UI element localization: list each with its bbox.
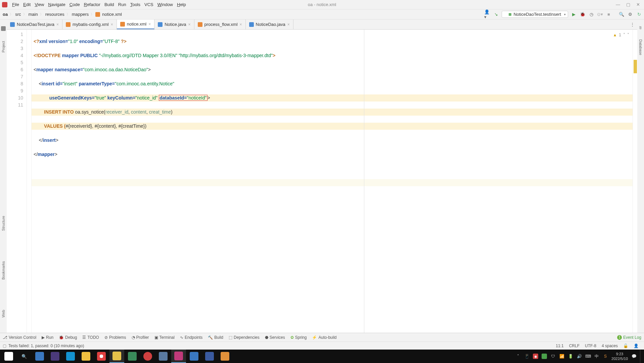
taskbar-search[interactable]: 🔍 [17, 350, 32, 363]
breadcrumb-root[interactable]: oa [2, 12, 8, 17]
prev-highlight-icon[interactable]: ˄ [623, 32, 625, 39]
stop-icon[interactable]: ■ [606, 11, 612, 17]
tool-spring[interactable]: ✿Spring [290, 335, 307, 340]
taskbar-sublime[interactable] [218, 350, 232, 363]
tab-noticedao[interactable]: NoticeDao.java× [246, 19, 293, 29]
taskbar-eclipse[interactable] [48, 350, 62, 363]
project-tool-button[interactable]: Project [1, 41, 5, 52]
fold-gutter[interactable] [27, 30, 32, 333]
tray-security-icon[interactable]: 🛡 [550, 354, 556, 359]
start-button[interactable] [1, 350, 16, 363]
menu-file[interactable]: FFileile [10, 1, 21, 8]
warning-marker[interactable] [634, 60, 637, 73]
next-highlight-icon[interactable]: ˅ [627, 32, 629, 39]
close-icon[interactable]: × [240, 22, 242, 27]
ide-notification-icon[interactable]: 👤 [631, 344, 641, 348]
taskbar-app-6[interactable] [202, 350, 217, 363]
tab-process-flow[interactable]: process_flow.xml× [194, 19, 246, 29]
caret-position[interactable]: 11:1 [553, 344, 566, 348]
tabs-more-icon[interactable]: ⋮ [628, 19, 637, 29]
tray-battery-icon[interactable]: 🔋 [568, 354, 573, 359]
error-stripe[interactable] [633, 30, 637, 333]
line-separator[interactable]: CRLF [566, 344, 582, 348]
taskbar-taskview[interactable] [32, 350, 47, 363]
tool-problems[interactable]: ⊘Problems [104, 335, 126, 340]
tool-run[interactable]: ▶Run [42, 335, 53, 340]
taskbar-chrome[interactable] [94, 350, 109, 363]
tool-dependencies[interactable]: ⬚Dependencies [229, 335, 260, 340]
database-tool-button[interactable]: Database [639, 39, 643, 55]
tray-sogou-icon[interactable]: S [603, 354, 608, 359]
taskbar-edge[interactable] [63, 350, 78, 363]
close-icon[interactable]: × [111, 22, 113, 27]
tool-auto-build[interactable]: ⚡Auto-build [312, 335, 336, 340]
tool-window-quick-access-icon[interactable]: ▢ [3, 344, 6, 348]
file-encoding[interactable]: UTF-8 [582, 344, 599, 348]
show-desktop[interactable] [640, 350, 642, 363]
tray-notifications-icon[interactable]: 💬 [631, 354, 637, 359]
menu-refactor[interactable]: Refactor [82, 1, 102, 8]
tab-notice-java[interactable]: Notice.java× [154, 19, 194, 29]
tray-wifi-icon[interactable]: 📶 [559, 354, 564, 359]
bookmarks-tool-button[interactable]: Bookmarks [1, 261, 5, 280]
taskbar-app-4[interactable] [156, 350, 171, 363]
tool-debug[interactable]: 🐞Debug [59, 335, 77, 340]
tray-chevron-up-icon[interactable]: ˄ [515, 354, 521, 359]
taskbar-intellij[interactable] [171, 350, 186, 363]
build-icon[interactable]: ↘ [493, 11, 499, 17]
tray-app-red-icon[interactable]: ◉ [533, 354, 538, 359]
tool-event-log[interactable]: 1Event Log [617, 335, 641, 340]
tool-terminal[interactable]: ▣Terminal [154, 335, 175, 340]
menu-view[interactable]: View [33, 1, 46, 8]
menu-code[interactable]: Code [67, 1, 82, 8]
taskbar-app-1[interactable] [109, 350, 124, 363]
breadcrumb-file[interactable]: notice.xml [101, 12, 123, 17]
readonly-lock-icon[interactable]: 🔓 [620, 344, 631, 348]
maven-tool-button[interactable]: m [639, 26, 643, 29]
run-config-selector[interactable]: NoticeDaoTest.testInsert [502, 11, 568, 18]
close-icon[interactable]: × [148, 22, 151, 27]
tool-version-control[interactable]: ⎇Version Control [3, 335, 36, 340]
code-area[interactable]: <?xml version="1.0" encoding="UTF-8" ?> … [32, 30, 633, 333]
inspection-widget[interactable]: ▲ 1 ˄ ˅ [613, 32, 629, 39]
menu-build[interactable]: Build [102, 1, 116, 8]
tool-build[interactable]: 🔨Build [208, 335, 223, 340]
breadcrumb-resources[interactable]: resources [45, 12, 65, 17]
structure-tool-button[interactable]: Structure [1, 216, 5, 231]
breadcrumb-src[interactable]: src [14, 12, 21, 17]
tab-notice-xml[interactable]: notice.xml× [117, 19, 155, 29]
run-icon[interactable]: ▶ [571, 11, 577, 17]
tray-phone-icon[interactable]: 📱 [524, 354, 530, 359]
taskbar-app-3[interactable] [140, 350, 155, 363]
tray-clock[interactable]: 9:23 2022/5/10 [611, 352, 628, 361]
taskbar-app-2[interactable] [125, 350, 140, 363]
menu-tools[interactable]: Tools [128, 1, 142, 8]
menu-edit[interactable]: Edit [21, 1, 33, 8]
window-close-icon[interactable]: ✕ [636, 2, 640, 7]
user-icon[interactable]: 👤▾ [484, 11, 490, 17]
tray-ime[interactable]: 中 [594, 354, 599, 359]
menu-navigate[interactable]: Navigate [46, 1, 67, 8]
settings-icon[interactable]: ⚙ [627, 11, 633, 17]
tool-profiler[interactable]: ◔Profiler [132, 335, 149, 340]
breadcrumb-main[interactable]: main [28, 12, 39, 17]
menu-vcs[interactable]: VCS [142, 1, 155, 8]
coverage-icon[interactable]: ◷ [588, 11, 594, 17]
tool-endpoints[interactable]: ∿Endpoints [180, 335, 202, 340]
menu-run[interactable]: Run [116, 1, 128, 8]
tray-volume-icon[interactable]: 🔊 [577, 354, 582, 359]
profile-icon[interactable]: ⊙▾ [597, 11, 603, 17]
close-icon[interactable]: × [188, 22, 191, 27]
breadcrumb-mappers[interactable]: mappers [71, 12, 90, 17]
tool-services[interactable]: ⬣Services [265, 335, 285, 340]
menu-help[interactable]: Help [175, 1, 188, 8]
editor-body[interactable]: 1234567891011 <?xml version="1.0" encodi… [7, 30, 637, 333]
jrebel-icon[interactable]: ↻ [636, 11, 642, 17]
close-icon[interactable]: × [56, 22, 59, 27]
project-tool-icon[interactable] [1, 26, 6, 31]
menu-window[interactable]: Window [155, 1, 175, 8]
tray-app-green-icon[interactable] [542, 354, 547, 359]
close-icon[interactable]: × [287, 22, 290, 27]
tray-keyboard-icon[interactable]: ⌨ [585, 354, 591, 359]
tool-todo[interactable]: ☰TODO [82, 335, 99, 340]
